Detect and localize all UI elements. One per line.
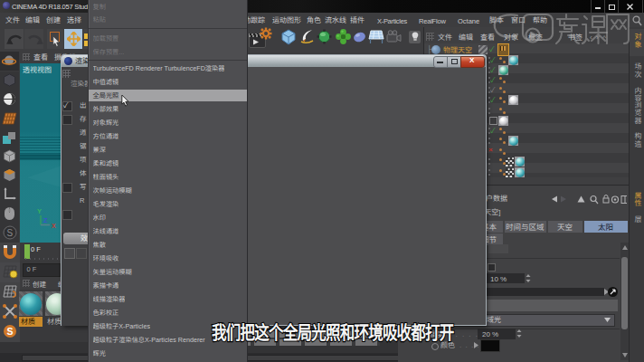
svg-text:S: S: [7, 228, 14, 238]
svg-text:S: S: [7, 326, 14, 337]
svg-text:Y: Y: [37, 207, 42, 215]
svg-text:Z: Z: [43, 216, 48, 224]
svg-text:X: X: [52, 223, 56, 229]
